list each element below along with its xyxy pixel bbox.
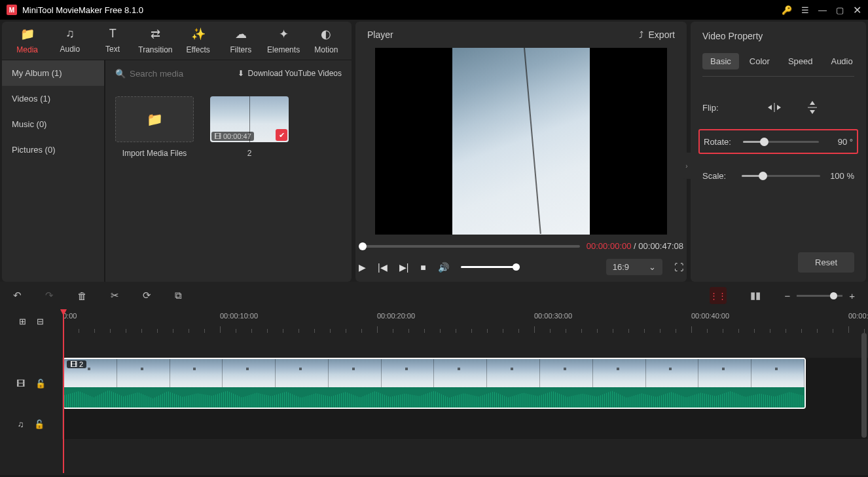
scrub-slider[interactable] xyxy=(359,245,580,248)
tab-elements-label: Elements xyxy=(267,45,300,54)
sidebar-item-myalbum[interactable]: My Album (1) xyxy=(2,60,104,86)
zoom-slider[interactable] xyxy=(797,295,842,297)
delete-button[interactable]: 🗑 xyxy=(77,290,87,301)
tab-motion[interactable]: ◐Motion xyxy=(308,27,345,54)
media-sidebar: My Album (1) Videos (1) Music (0) Pictur… xyxy=(2,60,105,282)
flip-label: Flip: xyxy=(702,103,742,113)
volume-icon[interactable]: 🔊 xyxy=(438,262,449,273)
add-track-button[interactable]: ⊞ xyxy=(19,316,26,326)
folder-icon: 📁 xyxy=(20,27,35,41)
prop-tab-basic[interactable]: Basic xyxy=(702,53,739,69)
tab-motion-label: Motion xyxy=(314,45,338,54)
search-icon: 🔍 xyxy=(115,69,126,79)
tab-filters-label: Filters xyxy=(230,45,252,54)
import-media-button[interactable]: 📁 xyxy=(115,96,194,142)
import-media-label: Import Media Files xyxy=(122,149,187,158)
sidebar-item-videos[interactable]: Videos (1) xyxy=(2,86,104,111)
tab-elements[interactable]: ✦Elements xyxy=(265,27,302,54)
clip-name: 2 xyxy=(247,149,252,158)
stop-button[interactable]: ■ xyxy=(420,262,425,273)
time-display: 00:00:00:00 / 00:00:47:08 xyxy=(587,241,683,251)
crop-button[interactable]: ⧉ xyxy=(175,290,182,301)
video-track[interactable]: 🎞2 xyxy=(63,358,868,409)
text-icon: T xyxy=(109,27,117,41)
preview-area[interactable] xyxy=(375,48,667,235)
aspect-ratio-select[interactable]: 16:9⌄ xyxy=(606,259,662,275)
property-tabs: Basic Color Speed Audio xyxy=(702,53,854,77)
prop-tab-speed[interactable]: Speed xyxy=(780,53,821,69)
fullscreen-button[interactable]: ⛶ xyxy=(674,262,683,273)
collapse-panel-button[interactable]: › xyxy=(683,153,691,179)
play-button[interactable]: ▶ xyxy=(359,262,366,273)
scale-slider[interactable] xyxy=(742,175,820,177)
marker-button[interactable]: ▮▮ xyxy=(750,290,761,301)
export-icon: ⤴ xyxy=(639,29,643,40)
remove-track-button[interactable]: ⊟ xyxy=(37,316,44,326)
flip-horizontal-button[interactable] xyxy=(765,101,784,114)
ruler[interactable]: 0:0000:00:10:0000:00:20:0000:00:30:0000:… xyxy=(63,309,868,333)
sidebar-item-pictures[interactable]: Pictures (0) xyxy=(2,137,104,162)
rotate-slider[interactable] xyxy=(743,141,819,143)
music-icon: ♫ xyxy=(18,419,24,429)
chevron-down-icon: ⌄ xyxy=(649,262,656,272)
reset-button[interactable]: Reset xyxy=(798,252,854,273)
zoom-in-button[interactable]: + xyxy=(849,290,855,301)
tab-text[interactable]: TText xyxy=(94,27,132,54)
snap-button[interactable]: ⋮⋮ xyxy=(710,287,727,304)
close-button[interactable]: ✕ xyxy=(853,4,861,16)
tool-tabs: 📁Media ♫Audio TText ⇄Transition ✨Effects… xyxy=(2,22,352,60)
maximize-button[interactable]: ▢ xyxy=(836,5,844,15)
tab-effects[interactable]: ✨Effects xyxy=(179,27,217,54)
search-input[interactable] xyxy=(130,69,208,79)
preview-frame xyxy=(452,48,590,235)
download-icon: ⬇ xyxy=(238,69,244,78)
prop-tab-audio[interactable]: Audio xyxy=(823,53,860,69)
scale-value[interactable]: 100 % xyxy=(827,171,854,181)
tab-filters[interactable]: ☁Filters xyxy=(222,27,259,54)
tab-media[interactable]: 📁Media xyxy=(9,27,46,54)
title-bar: M MiniTool MovieMaker Free 8.1.0 🔑 ☰ — ▢… xyxy=(0,0,868,20)
media-clip-thumb[interactable]: 🎞00:00:47 ✔ xyxy=(210,96,289,142)
prop-tab-color[interactable]: Color xyxy=(742,53,778,69)
film-icon: 🎞 xyxy=(214,132,221,140)
volume-slider[interactable] xyxy=(461,266,520,268)
clip-check-icon: ✔ xyxy=(276,129,287,141)
audio-icon: ♫ xyxy=(65,27,75,41)
speed-button[interactable]: ⟳ xyxy=(143,290,151,301)
rotate-value[interactable]: 90 ° xyxy=(825,137,853,147)
prev-frame-button[interactable]: |◀ xyxy=(378,262,388,273)
redo-button[interactable]: ↷ xyxy=(45,290,54,301)
split-button[interactable]: ✂ xyxy=(111,290,119,301)
flip-vertical-button[interactable] xyxy=(803,101,822,114)
minimize-button[interactable]: — xyxy=(818,5,827,15)
timeline-clip-label: 2 xyxy=(79,360,83,368)
download-youtube-link[interactable]: ⬇Download YouTube Videos xyxy=(238,69,342,78)
film-icon: 🎞 xyxy=(16,379,25,389)
timeline-vscroll[interactable] xyxy=(861,333,867,438)
sidebar-item-music[interactable]: Music (0) xyxy=(2,111,104,137)
timeline-clip[interactable]: 🎞2 xyxy=(63,358,806,409)
audio-track[interactable] xyxy=(63,409,868,439)
filters-icon: ☁ xyxy=(235,27,247,41)
lock-icon[interactable]: 🔓 xyxy=(34,419,45,429)
tab-effects-label: Effects xyxy=(186,45,209,54)
menu-icon[interactable]: ☰ xyxy=(801,5,809,15)
key-icon[interactable]: 🔑 xyxy=(782,5,792,15)
tab-audio[interactable]: ♫Audio xyxy=(51,27,88,54)
rotate-label: Rotate: xyxy=(704,137,743,147)
tab-transition[interactable]: ⇄Transition xyxy=(137,27,174,54)
zoom-out-button[interactable]: − xyxy=(784,290,790,301)
media-panel: 📁Media ♫Audio TText ⇄Transition ✨Effects… xyxy=(2,22,352,282)
lock-icon[interactable]: 🔓 xyxy=(35,379,46,389)
undo-button[interactable]: ↶ xyxy=(13,290,22,301)
motion-icon: ◐ xyxy=(321,27,331,41)
tab-audio-label: Audio xyxy=(60,45,81,54)
transition-icon: ⇄ xyxy=(151,27,160,41)
playhead[interactable] xyxy=(63,309,64,473)
clip-duration: 00:00:47 xyxy=(223,132,251,140)
timeline: ↶ ↷ 🗑 ✂ ⟳ ⧉ ⋮⋮ ▮▮ − + ⊞ ⊟ 0:0000:00:10:0… xyxy=(0,282,868,475)
tab-text-label: Text xyxy=(105,45,120,54)
next-frame-button[interactable]: ▶| xyxy=(399,262,409,273)
export-button[interactable]: ⤴Export xyxy=(639,29,675,40)
folder-plus-icon: 📁 xyxy=(147,111,163,127)
